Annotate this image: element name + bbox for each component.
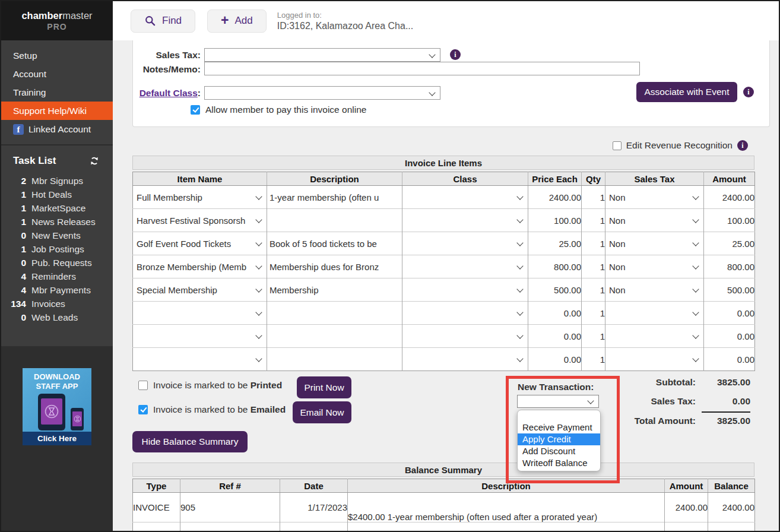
new-transaction-select[interactable] <box>517 395 599 408</box>
price-each-input[interactable]: 800.00 <box>528 255 582 278</box>
sales-tax-select[interactable]: Non <box>605 255 703 278</box>
class-select[interactable] <box>402 209 528 232</box>
sidebar-item-account[interactable]: Account <box>1 65 113 83</box>
price-each-input[interactable]: 0.00 <box>528 325 582 348</box>
price-each-input[interactable]: 100.00 <box>528 209 582 232</box>
item-name-select[interactable] <box>133 325 267 347</box>
line-items-header-row: Item Name Description Class Price Each Q… <box>133 172 755 186</box>
item-name-select[interactable] <box>133 348 267 370</box>
associate-event-info-icon[interactable]: i <box>743 87 754 97</box>
option-add-discount[interactable]: Add Discount <box>518 445 600 457</box>
task-item-news-releases[interactable]: 1News Releases <box>1 215 113 229</box>
item-name-select[interactable]: Harvest Festival Sponsorsh <box>133 209 267 232</box>
price-each-input[interactable]: 25.00 <box>528 232 582 255</box>
sales-tax-select[interactable] <box>605 325 703 347</box>
task-item-mbr-signups[interactable]: 2Mbr Signups <box>1 174 113 188</box>
qty-input[interactable]: 1 <box>582 209 605 232</box>
price-each-input[interactable]: 500.00 <box>528 278 582 302</box>
price-each-input[interactable]: 0.00 <box>528 348 582 371</box>
qty-input[interactable]: 1 <box>582 255 605 278</box>
class-select[interactable] <box>402 325 528 347</box>
top-bar: Find + Add Logged in to: ID:3162, Kalama… <box>113 1 779 41</box>
default-class-link[interactable]: Default Class <box>139 88 198 98</box>
click-here-button[interactable]: Click Here <box>23 432 91 445</box>
refresh-icon[interactable] <box>89 156 100 166</box>
associate-with-event-button[interactable]: Associate with Event <box>636 82 737 102</box>
description-input[interactable] <box>267 209 402 232</box>
find-button[interactable]: Find <box>131 10 195 33</box>
item-name-select[interactable]: Special Membership <box>133 278 267 301</box>
item-name-select[interactable] <box>133 302 267 324</box>
description-input[interactable]: Book of 5 food tickets to be <box>267 232 402 255</box>
sidebar-item-linked-account[interactable]: f Linked Account <box>1 120 113 138</box>
qty-input[interactable]: 1 <box>582 232 605 255</box>
description-input[interactable]: Membership <box>267 278 402 301</box>
main-content: Sales Tax: i Notes/Memo: Default Class: … <box>113 40 779 531</box>
class-select[interactable] <box>402 255 528 278</box>
class-select[interactable] <box>402 278 528 301</box>
task-label: Pub. Requests <box>31 258 92 268</box>
sales-tax-select[interactable] <box>204 48 440 62</box>
sales-tax-select[interactable]: Non <box>605 209 703 232</box>
task-item-hot-deals[interactable]: 1Hot Deals <box>1 188 113 201</box>
option-receive-payment[interactable]: Receive Payment <box>518 422 600 433</box>
item-name-select[interactable]: Golf Event Food Tickets <box>133 232 267 255</box>
app-window: chambermaster PRO Setup Account Training… <box>0 0 780 532</box>
task-item-new-events[interactable]: 0New Events <box>1 229 113 242</box>
option-apply-credit[interactable]: Apply Credit <box>518 433 600 445</box>
default-class-select[interactable] <box>204 86 440 100</box>
price-each-input[interactable]: 2400.00 <box>528 186 582 209</box>
task-item-pub-requests[interactable]: 0Pub. Requests <box>1 256 113 270</box>
staff-app-banner[interactable]: DOWNLOAD STAFF APP <box>23 368 91 445</box>
edit-revenue-checkbox[interactable] <box>613 141 622 150</box>
print-marked-checkbox[interactable] <box>138 381 148 390</box>
add-button[interactable]: + Add <box>207 10 267 33</box>
qty-input[interactable]: 1 <box>582 186 605 209</box>
sidebar-item-setup[interactable]: Setup <box>1 46 113 65</box>
class-select[interactable] <box>402 348 528 370</box>
qty-input[interactable]: 1 <box>582 278 605 302</box>
description-input[interactable] <box>267 348 402 370</box>
option-blank[interactable] <box>518 411 600 422</box>
task-item-invoices[interactable]: 134Invoices <box>1 297 113 311</box>
sidebar-item-training[interactable]: Training <box>1 83 113 102</box>
task-item-job-postings[interactable]: 1Job Postings <box>1 242 113 256</box>
class-select[interactable] <box>402 232 528 255</box>
sales-tax-select[interactable] <box>605 302 703 324</box>
amount-value: 25.00 <box>704 232 755 255</box>
edit-revenue-info-icon[interactable]: i <box>737 140 748 151</box>
task-item-mbr-payments[interactable]: 4Mbr Payments <box>1 283 113 297</box>
item-name-select[interactable]: Bronze Membership (Memb <box>133 255 267 278</box>
class-select[interactable] <box>402 302 528 324</box>
default-class-label[interactable]: Default Class: <box>134 88 201 99</box>
print-now-button[interactable]: Print Now <box>297 376 351 398</box>
chevron-down-icon <box>587 397 594 404</box>
price-each-input[interactable]: 0.00 <box>528 302 582 325</box>
hide-balance-summary-button[interactable]: Hide Balance Summary <box>132 431 248 452</box>
chevron-down-icon <box>255 262 262 269</box>
qty-input[interactable]: 1 <box>582 348 605 371</box>
description-input[interactable]: 1-year membership (often u <box>267 186 402 208</box>
qty-input[interactable]: 1 <box>582 325 605 348</box>
task-item-web-leads[interactable]: 0Web Leads <box>1 311 113 324</box>
option-writeoff-balance[interactable]: Writeoff Balance <box>518 457 600 469</box>
sales-tax-select[interactable] <box>605 348 703 370</box>
sales-tax-select[interactable]: Non <box>605 186 703 208</box>
description-input[interactable] <box>267 302 402 324</box>
notes-memo-input[interactable] <box>204 62 640 75</box>
sales-tax-select[interactable]: Non <box>605 278 703 301</box>
task-item-marketspace[interactable]: 1MarketSpace <box>1 201 113 215</box>
qty-input[interactable]: 1 <box>582 302 605 325</box>
sales-tax-select[interactable]: Non <box>605 232 703 255</box>
description-input[interactable] <box>267 325 402 347</box>
class-select[interactable] <box>402 186 528 208</box>
email-marked-checkbox[interactable] <box>138 405 148 414</box>
sales-tax-info-icon[interactable]: i <box>450 49 461 60</box>
description-input[interactable]: Membership dues for Bronz <box>267 255 402 278</box>
email-now-button[interactable]: Email Now <box>293 401 351 423</box>
sidebar-item-support-help-wiki[interactable]: Support Help/Wiki <box>1 102 113 120</box>
task-count: 2 <box>1 176 26 186</box>
allow-online-pay-checkbox[interactable] <box>191 105 200 115</box>
task-item-reminders[interactable]: 4Reminders <box>1 270 113 283</box>
item-name-select[interactable]: Full Membership <box>133 186 267 208</box>
